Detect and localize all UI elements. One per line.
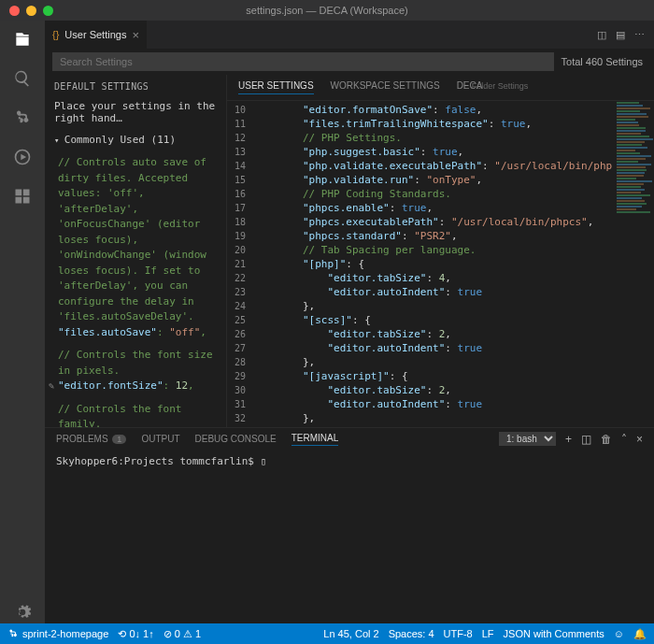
terminal-body[interactable]: Skyhopper6:Projects tommcfarlin$ ▯ [45, 450, 654, 623]
default-settings-header: DEFAULT SETTINGS [45, 75, 226, 98]
new-terminal-icon[interactable]: + [565, 433, 572, 446]
settings-search-input[interactable] [52, 52, 554, 71]
panel-tab-debug-console[interactable]: DEBUG CONSOLE [194, 434, 276, 444]
more-actions-icon[interactable]: ⋯ [634, 29, 645, 41]
tab-label: User Settings [64, 29, 126, 40]
tab-user-settings[interactable]: {} User Settings × [45, 21, 148, 49]
panel-tab-problems[interactable]: PROBLEMS 1 [56, 434, 126, 444]
extensions-icon[interactable] [11, 185, 34, 208]
line-number-gutter: 1011121314151617181920212223242526272829… [227, 101, 253, 427]
status-problems[interactable]: ⊘ 0 ⚠ 1 [164, 628, 201, 640]
status-feedback-icon[interactable]: ☺ [614, 628, 624, 639]
settings-search-row: Total 460 Settings [45, 49, 654, 75]
maximize-window-icon[interactable] [43, 6, 53, 16]
open-settings-json-icon[interactable]: ▤ [616, 29, 625, 41]
explorer-icon[interactable] [11, 28, 34, 50]
source-control-icon[interactable] [11, 107, 34, 129]
status-cursor-position[interactable]: Ln 45, Col 2 [323, 628, 378, 639]
split-editor-icon[interactable]: ◫ [597, 29, 606, 41]
split-terminal-icon[interactable]: ◫ [581, 433, 591, 446]
terminal-selector[interactable]: 1: bash [499, 432, 556, 446]
settings-gear-icon[interactable] [11, 601, 34, 623]
close-window-icon[interactable] [9, 6, 20, 16]
panel-tab-output[interactable]: OUTPUT [141, 434, 179, 444]
settings-scope-tabs: USER SETTINGS WORKSPACE SETTINGS DECA Fo… [227, 75, 654, 101]
scope-workspace-settings[interactable]: WORKSPACE SETTINGS [331, 80, 440, 94]
status-sync[interactable]: ⟲ 0↓ 1↑ [118, 628, 153, 640]
default-settings-pane: DEFAULT SETTINGS Place your settings in … [45, 75, 227, 427]
status-language-mode[interactable]: JSON with Comments [504, 628, 604, 639]
status-encoding[interactable]: UTF-8 [444, 628, 473, 639]
edit-setting-icon[interactable]: ✎ [49, 379, 54, 393]
search-icon[interactable] [11, 67, 34, 90]
panel-tab-terminal[interactable]: TERMINAL [291, 433, 339, 446]
status-branch[interactable]: sprint-2-homepage [7, 628, 108, 639]
status-notifications-icon[interactable]: 🔔 [633, 628, 647, 640]
maximize-panel-icon[interactable]: ˄ [621, 433, 627, 446]
settings-editor[interactable]: 1011121314151617181920212223242526272829… [227, 101, 654, 427]
titlebar: settings.json — DECA (Workspace) [0, 0, 654, 21]
minimap[interactable] [613, 101, 654, 427]
terminal-prompt: Skyhopper6:Projects tommcfarlin$ ▯ [56, 455, 643, 467]
tab-bar: {} User Settings × ◫ ▤ ⋯ [45, 21, 654, 49]
code-area[interactable]: "editor.formatOnSave": false, "files.tri… [253, 101, 613, 427]
close-panel-icon[interactable]: × [636, 433, 643, 446]
json-file-icon: {} [52, 29, 59, 40]
kill-terminal-icon[interactable]: 🗑 [601, 433, 612, 446]
status-bar: sprint-2-homepage ⟲ 0↓ 1↑ ⊘ 0 ⚠ 1 Ln 45,… [0, 623, 654, 644]
status-indentation[interactable]: Spaces: 4 [389, 628, 434, 639]
window-controls [0, 6, 53, 16]
commonly-used-section[interactable]: Commonly Used (11) [45, 130, 226, 150]
settings-total-count: Total 460 Settings [562, 56, 654, 67]
scope-folder-settings[interactable]: DECA Folder Settings [457, 80, 529, 94]
scope-user-settings[interactable]: USER SETTINGS [238, 80, 314, 94]
window-title: settings.json — DECA (Workspace) [0, 5, 654, 16]
status-eol[interactable]: LF [482, 628, 494, 639]
default-settings-hint: Place your settings in the right hand… [45, 98, 226, 130]
activity-bar [0, 21, 45, 623]
close-tab-icon[interactable]: × [132, 28, 139, 42]
debug-icon[interactable] [11, 146, 34, 168]
bottom-panel: PROBLEMS 1 OUTPUT DEBUG CONSOLE TERMINAL… [45, 427, 654, 623]
minimize-window-icon[interactable] [26, 6, 36, 16]
